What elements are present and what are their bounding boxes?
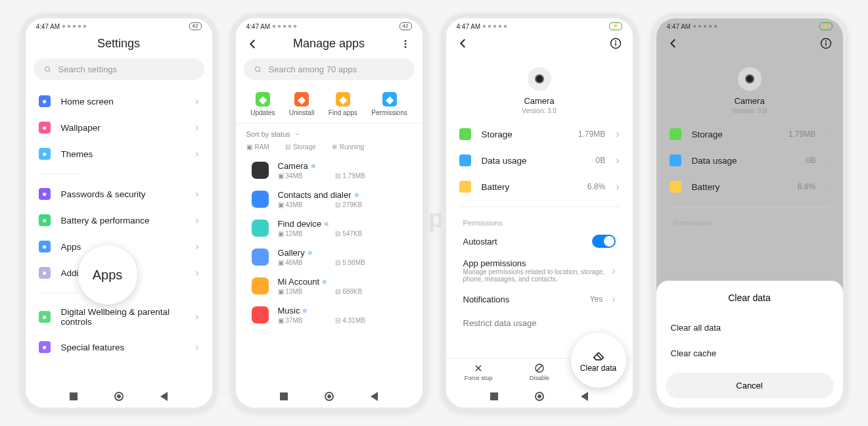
running-icon: ✲ xyxy=(302,308,308,314)
notifications-row[interactable]: Notifications Yes › xyxy=(451,287,628,312)
nav-recents[interactable] xyxy=(70,392,78,400)
stat-label: Storage xyxy=(482,130,568,139)
search-input[interactable]: Search settings xyxy=(34,59,204,80)
search-input[interactable]: Search among 70 apps xyxy=(244,59,415,80)
chevron-right-icon: › xyxy=(195,95,198,107)
chevron-right-icon: › xyxy=(195,122,198,133)
stat-icon xyxy=(459,128,471,140)
app-icon xyxy=(252,220,269,237)
wellbeing-icon: ● xyxy=(39,311,51,323)
stat-value: 6.8% xyxy=(587,182,605,191)
header xyxy=(446,32,633,55)
info-button[interactable] xyxy=(819,37,833,50)
info-button[interactable] xyxy=(609,37,622,50)
row-label: Themes xyxy=(61,149,185,159)
app-version: Version: 3.0 xyxy=(732,107,767,114)
app-list: Camera ✲ ▣ 34MB ⊟ 1.79MB Contacts and di… xyxy=(236,156,423,385)
phone-app-detail: 4:47 AM ⚡ Camera Version: 3.0 Storage 1.… xyxy=(441,13,638,413)
chevron-right-icon: › xyxy=(195,188,198,200)
svg-point-2 xyxy=(404,40,406,42)
stat-data-usage[interactable]: Data usage 0B › xyxy=(662,147,838,174)
bottom-force-stop[interactable]: Force stop xyxy=(465,363,493,381)
search-icon xyxy=(44,66,52,74)
stat-storage[interactable]: Storage 1.79MB › xyxy=(451,121,628,147)
autostart-row[interactable]: Autostart xyxy=(451,228,628,254)
settings-row-special[interactable]: ● Special features › xyxy=(31,334,207,360)
more-button[interactable] xyxy=(399,37,412,51)
nav-recents[interactable] xyxy=(280,392,288,400)
back-button[interactable] xyxy=(457,37,470,50)
stat-storage[interactable]: Storage 1.79MB › xyxy=(662,121,838,147)
sort-button[interactable]: Sort by status xyxy=(236,124,423,142)
uninstall-icon: ◆ xyxy=(294,92,309,106)
app-icon xyxy=(252,306,269,323)
nav-back[interactable] xyxy=(371,392,378,401)
settings-row-shield[interactable]: ● Passwords & security › xyxy=(31,181,207,207)
app-row[interactable]: Gallery ✲ ▣ 46MB ⊟ 5.98MB xyxy=(241,243,417,272)
back-button[interactable] xyxy=(246,37,260,51)
stat-icon xyxy=(459,154,471,166)
storage-value: ⊟ 1.79MB xyxy=(335,172,365,179)
svg-point-5 xyxy=(255,66,260,71)
settings-row-home[interactable]: ● Home screen › xyxy=(31,88,207,114)
app-row[interactable]: Mi Account ✲ ▣ 13MB ⊟ 688KB xyxy=(241,272,417,300)
clear-data-dialog: Clear data Clear all data Clear cache Ca… xyxy=(656,281,843,408)
app-icon xyxy=(252,162,269,179)
page-title: Settings xyxy=(97,37,140,51)
action-find apps[interactable]: ◆ Find apps xyxy=(329,92,357,116)
status-bar: 4:47 AM ⚡ xyxy=(656,18,843,32)
settings-row-battery[interactable]: ● Battery & performance › xyxy=(31,207,207,233)
app-icon xyxy=(528,67,551,91)
chevron-down-icon xyxy=(294,131,301,137)
action-permissions[interactable]: ◆ Permissions xyxy=(371,92,407,116)
battery-icon: ⚡ xyxy=(609,22,622,30)
bottom-disable[interactable]: Disable xyxy=(530,363,549,381)
nav-back[interactable] xyxy=(581,392,588,401)
app-icon xyxy=(252,191,269,208)
ram-value: ▣ 13MB xyxy=(278,288,303,295)
app-row[interactable]: Music ✲ ▣ 37MB ⊟ 4.31MB xyxy=(241,300,417,329)
restrict-row[interactable]: Restrict data usage xyxy=(451,312,628,335)
stat-battery[interactable]: Battery 6.8% › xyxy=(451,174,628,200)
nav-recents[interactable] xyxy=(490,392,498,400)
stat-label: Battery xyxy=(692,182,787,192)
action-uninstall[interactable]: ◆ Uninstall xyxy=(289,92,314,116)
apps-icon: ● xyxy=(39,241,51,252)
autostart-toggle[interactable] xyxy=(592,235,616,248)
app-row[interactable]: Contacts and dialer ✲ ▣ 43MB ⊟ 279KB xyxy=(241,185,417,214)
app-name-label: Gallery ✲ xyxy=(278,248,407,258)
cancel-button[interactable]: Cancel xyxy=(666,373,834,398)
header: Settings xyxy=(26,32,212,56)
back-button[interactable] xyxy=(667,37,680,50)
stat-value: 0B xyxy=(806,156,815,165)
settings-row-wellbeing[interactable]: ● Digital Wellbeing & parental controls … xyxy=(31,300,207,334)
nav-home[interactable] xyxy=(325,392,334,401)
stat-label: Storage xyxy=(692,130,778,139)
stat-value: 1.79MB xyxy=(788,130,815,139)
magnifier-apps: Apps xyxy=(78,245,137,304)
nav-back[interactable] xyxy=(160,392,168,401)
nav-home[interactable] xyxy=(114,392,124,401)
home-icon: ● xyxy=(39,95,51,107)
nav-home[interactable] xyxy=(535,392,544,401)
battery-icon: ⚡ xyxy=(819,22,833,30)
settings-row-wallpaper[interactable]: ● Wallpaper › xyxy=(31,114,207,141)
action-updates[interactable]: ◆ Updates xyxy=(250,92,275,116)
find apps-icon: ◆ xyxy=(336,92,350,106)
clear-all-data-option[interactable]: Clear all data xyxy=(666,315,834,341)
clear-cache-option[interactable]: Clear cache xyxy=(666,341,834,366)
app-permissions-row[interactable]: App permissions Manage permissions relat… xyxy=(451,254,628,287)
app-hero: Camera Version: 3.0 xyxy=(656,55,843,121)
chevron-right-icon: › xyxy=(195,214,198,226)
settings-list: ● Home screen › ● Wallpaper › ● Themes ›… xyxy=(26,88,212,385)
app-row[interactable]: Camera ✲ ▣ 34MB ⊟ 1.79MB xyxy=(241,156,417,185)
battery-icon: 42 xyxy=(189,22,202,30)
row-label: Wallpaper xyxy=(61,123,185,133)
app-row[interactable]: Find device ✲ ▣ 12MB ⊟ 547KB xyxy=(241,214,417,243)
settings-row-themes[interactable]: ● Themes › xyxy=(31,141,207,167)
stat-data-usage[interactable]: Data usage 0B › xyxy=(451,147,628,174)
nav-bar xyxy=(236,385,423,408)
status-bar: 4:47 AM 42 xyxy=(236,18,423,32)
stat-battery[interactable]: Battery 6.8% › xyxy=(662,174,838,200)
row-label: Digital Wellbeing & parental controls xyxy=(61,307,185,327)
